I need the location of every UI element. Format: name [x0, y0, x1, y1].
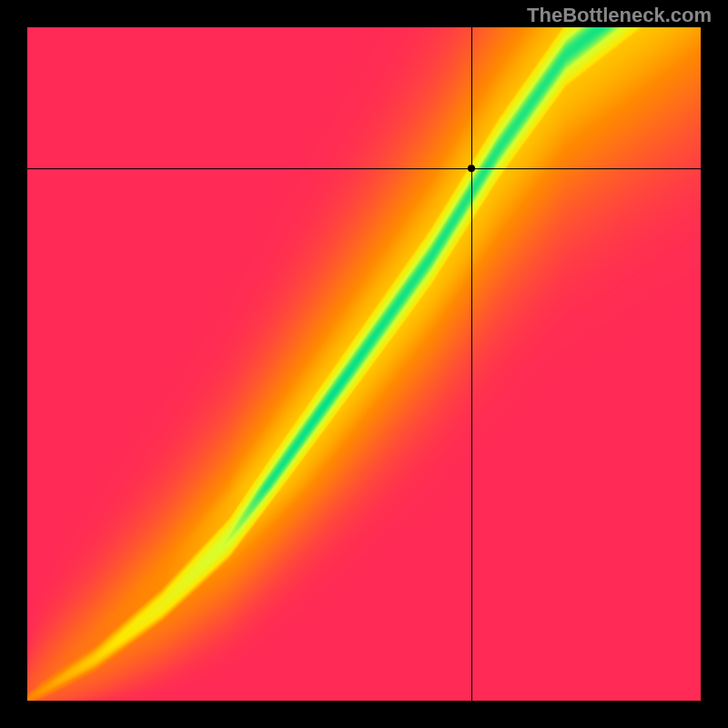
heatmap-canvas	[27, 27, 701, 701]
watermark-text: TheBottleneck.com	[527, 4, 712, 27]
crosshair-vertical	[471, 27, 472, 701]
crosshair-horizontal	[27, 168, 701, 169]
data-point-marker	[468, 165, 475, 172]
heatmap-plot	[27, 27, 701, 701]
